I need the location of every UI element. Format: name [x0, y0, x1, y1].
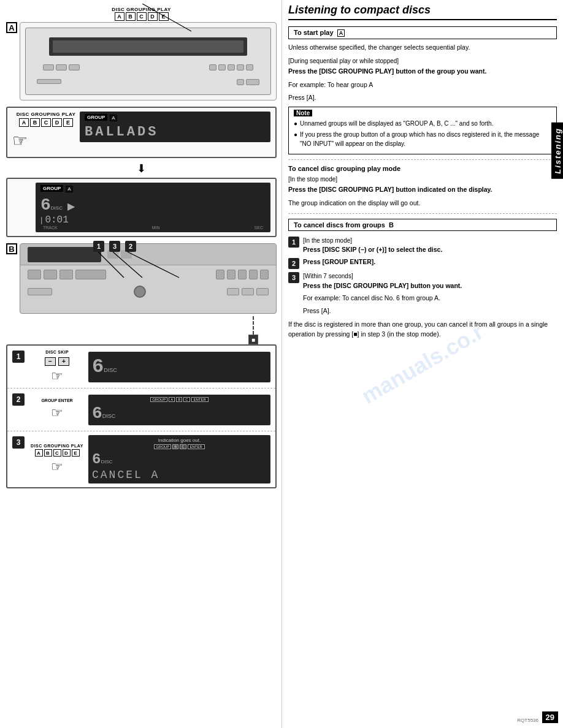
right-step-3-text: [Within 7 seconds] Press the [DISC GROUP…: [303, 271, 462, 291]
disc-count-screen: GROUP A 6 DISC ▶ | 0:01 TRACK MIN: [36, 183, 270, 232]
right-step-3: 3 [Within 7 seconds] Press the [DISC GRO…: [288, 271, 557, 291]
step2-screen: GROUP A B C ENTER 6 DISC: [88, 395, 270, 425]
group-box-a-2: A: [66, 186, 72, 192]
section-a-label: A: [6, 22, 17, 33]
disc-sub-label: DISC: [51, 205, 63, 211]
right-badge-2: 2: [288, 258, 299, 269]
right-step-1: 1 [In the stop mode] Press [DISC SKIP (−…: [288, 236, 557, 256]
step3-group-mini: GROUP B C ENTER: [92, 444, 267, 449]
disc-skip-plus[interactable]: +: [58, 357, 69, 366]
step1-disc-count: 6: [92, 355, 104, 378]
hand-icon-a: ☞: [12, 131, 80, 151]
group-box-a: A: [110, 115, 117, 121]
disc-btn-a[interactable]: A: [115, 12, 124, 21]
cancel-group-bracket: [In the stop mode]: [288, 175, 557, 184]
disc-skip-minus[interactable]: −: [45, 357, 56, 366]
time-display: 0:01: [45, 214, 68, 226]
cancel-disc-example: For example: To cancel disc No. 6 from g…: [303, 294, 557, 303]
section-b-label: B: [6, 243, 17, 254]
step-row-1: 1 DISC SKIP − + ☞ 6 DISC: [7, 346, 275, 389]
cancel-discs-label-b: B: [389, 221, 394, 229]
cancel-group-heading: To cancel disc grouping play mode: [288, 165, 557, 172]
cancel-group-body: The group indication on the display will…: [288, 199, 557, 208]
ballads-screen: GROUP A BALLADS: [80, 112, 270, 142]
panel-btn-e[interactable]: E: [63, 118, 73, 127]
right-step-2: 2 Press [GROUP ENTER].: [288, 257, 557, 269]
step3-disc-count: 6: [92, 451, 101, 468]
badge-1: 1: [93, 241, 104, 252]
right-step-2-text: Press [GROUP ENTER].: [303, 257, 375, 267]
start-play-section: To start play A: [288, 26, 557, 39]
group-enter-label: GROUP ENTER: [41, 398, 72, 403]
group-display-disc-count: GROUP A 6 DISC ▶ | 0:01 TRACK MIN: [6, 178, 277, 237]
start-play-title: To start play A: [294, 29, 551, 37]
right-badge-3: 3: [288, 272, 299, 283]
note-bullet-1: ● Unnamed groups will be displayed as "G…: [294, 119, 551, 128]
down-arrow: ⬇: [6, 162, 277, 175]
panel-btn-a[interactable]: A: [19, 118, 29, 127]
disc-skip-label: DISC SKIP: [45, 350, 69, 354]
ballads-text: BALLADS: [85, 124, 266, 140]
disc-btn-c[interactable]: C: [137, 12, 147, 21]
step-3-badge: 3: [12, 436, 25, 449]
page-title: Listening to compact discs: [288, 4, 557, 20]
step1-screen: 6 DISC: [88, 352, 270, 382]
body-press-disc-grouping: Press the [DISC GROUPING PLAY] button of…: [288, 67, 557, 77]
step2-disc-sub: DISC: [102, 413, 116, 419]
right-step-1-text: [In the stop mode] Press [DISC SKIP (−) …: [303, 236, 442, 256]
badge-2: 2: [125, 241, 136, 252]
cancel-disc-body-end: If the disc is registered in more than o…: [288, 320, 557, 339]
note-box: Note ● Unnamed groups will be displayed …: [288, 107, 557, 154]
step3-btn-b[interactable]: B: [44, 449, 52, 457]
indication-label: Indication goes out.: [92, 438, 267, 443]
step-1-badge: 1: [12, 351, 25, 363]
step2-disc-count: 6: [92, 404, 102, 423]
cd-player-b-diagram: [20, 243, 277, 314]
note-title: Note: [294, 110, 312, 116]
panel-btn-d[interactable]: D: [52, 118, 62, 127]
step3-btn-d[interactable]: D: [63, 449, 71, 457]
disc-btn-b[interactable]: B: [126, 12, 136, 21]
disc-grouping-play-label-top: DISC GROUPING PLAY: [112, 7, 171, 12]
disc-btn-d[interactable]: D: [148, 12, 158, 21]
step3-disc-grouping-label: DISC GROUPING PLAY: [31, 444, 83, 448]
step-row-2: 2 GROUP ENTER ☞ GROUP A B C ENTER: [7, 389, 275, 431]
cancel-group-bold: Press the [DISC GROUPING PLAY] button in…: [288, 185, 557, 195]
rqt-code: RQT5536: [517, 718, 538, 723]
panel-btn-b[interactable]: B: [30, 118, 40, 127]
step3-btn-c[interactable]: C: [53, 449, 61, 457]
press-a-label: Press [A].: [288, 93, 557, 103]
group-display-ballads: DISC GROUPING PLAY A B C D E ☞ GROUP A: [6, 107, 277, 158]
step1-disc-sub: DISC: [104, 367, 117, 373]
step3-btn-e[interactable]: E: [72, 449, 80, 457]
example-label-a: For example: To hear group A: [288, 80, 557, 90]
step3-disc-sub: DISC: [101, 459, 112, 464]
small-square-icon: ■: [248, 335, 258, 344]
cd-player-top-diagram: [20, 22, 277, 100]
note-bullet-2: ● If you press the group button of a gro…: [294, 130, 551, 148]
step-row-3: 3 DISC GROUPING PLAY A B C D E ☞ In: [7, 431, 275, 487]
page-number: 29: [542, 711, 558, 723]
left-column: DISC GROUPING PLAY A B C D E A: [0, 0, 282, 728]
panel-btn-c[interactable]: C: [41, 118, 51, 127]
cancel-disc-press: Press [A].: [303, 306, 557, 316]
group-display-mini: GROUP A B C ENTER: [92, 397, 267, 402]
right-column: manuals.co.r Listening to compact discs …: [282, 0, 563, 728]
cancel-discs-section-box: To cancel discs from groups B: [288, 219, 557, 231]
step3-screen: Indication goes out. GROUP B C ENTER 6 D…: [88, 435, 270, 483]
step3-btn-a[interactable]: A: [35, 449, 43, 457]
group-tag-2: GROUP: [40, 185, 63, 192]
disc-btn-e[interactable]: E: [159, 12, 169, 21]
section-divider-2: [288, 213, 557, 214]
section-divider-1: [288, 159, 557, 160]
listening-sidebar-label: Listening: [551, 123, 563, 179]
right-badge-1: 1: [288, 237, 299, 248]
hand-icon-2: ☞: [51, 405, 63, 421]
hand-icon-1: ☞: [51, 368, 63, 384]
cancel-text: CANCEL A: [92, 469, 267, 481]
group-tag: GROUP: [85, 114, 107, 121]
track-time-row: TRACK MIN SEC: [40, 226, 266, 230]
start-play-label-a: A: [337, 29, 345, 37]
disc-grouping-label-panel: DISC GROUPING PLAY: [12, 112, 80, 117]
step-2-badge: 2: [12, 393, 25, 406]
